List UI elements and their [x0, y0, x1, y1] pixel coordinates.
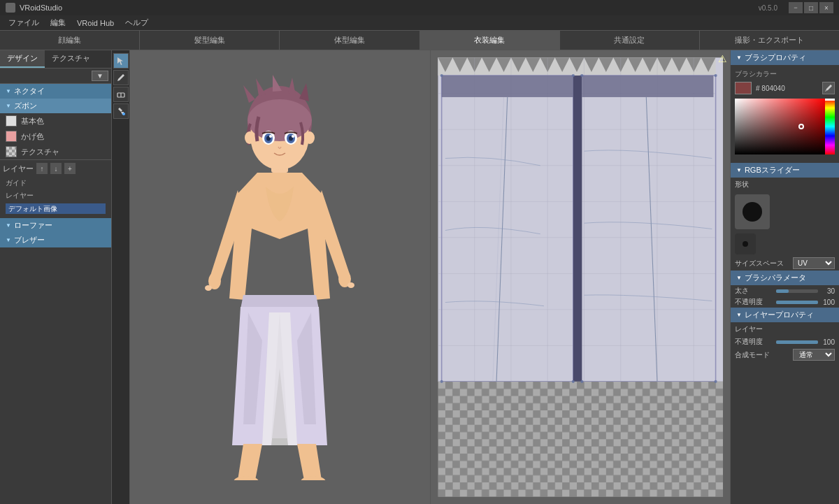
size-label: 太さ: [735, 286, 773, 296]
select-tool-btn[interactable]: [113, 53, 129, 69]
blend-label: 合成モード: [735, 350, 790, 360]
kage-swatch: [6, 131, 17, 142]
size-space-select[interactable]: UV スクリーン: [793, 257, 835, 269]
main-color-swatch[interactable]: [735, 82, 752, 94]
hue-bar[interactable]: [825, 99, 835, 154]
close-button[interactable]: ×: [819, 2, 833, 13]
layer-props-label: レイヤープロパティ: [745, 310, 814, 320]
size-slider-track[interactable]: [776, 289, 818, 293]
svg-point-83: [580, 380, 583, 383]
layer-up-btn[interactable]: ↑: [36, 163, 48, 174]
layer-item[interactable]: レイヤー: [3, 189, 108, 202]
menu-edit[interactable]: 編集: [45, 16, 71, 29]
tab-hair[interactable]: 髪型編集: [140, 31, 280, 50]
tab-texture[interactable]: テクスチャ: [45, 50, 97, 68]
menu-vroid-hub[interactable]: VRoid Hub: [71, 17, 120, 29]
svg-point-21: [305, 131, 315, 144]
tab-common[interactable]: 共通設定: [560, 31, 700, 50]
kage-label: かげ色: [21, 131, 44, 142]
brush-params-label: ブラシパラメータ: [745, 273, 806, 283]
category-rofa[interactable]: ローファー: [0, 218, 111, 233]
pen-tool-btn[interactable]: [113, 70, 129, 85]
item-kihon[interactable]: 基本色: [0, 113, 111, 129]
small-brush-preview: [735, 233, 756, 254]
tab-photo[interactable]: 撮影・エクスポート: [700, 31, 839, 50]
category-blazer[interactable]: ブレザー: [0, 233, 111, 247]
rgb-slider-header[interactable]: RGBスライダー: [731, 163, 839, 178]
size-slider-row: 太さ 30: [731, 285, 839, 296]
brush-color-label: ブラシカラー: [735, 69, 835, 79]
tab-face[interactable]: 顔編集: [0, 31, 140, 50]
shape-dot: [743, 202, 762, 222]
viewport-3d[interactable]: [130, 50, 431, 504]
items-list: ▼ ネクタイ ズボン 基本色 かげ色 テクスチャ: [0, 69, 111, 504]
menu-file[interactable]: ファイル: [3, 16, 45, 29]
category-necktie-label: ネクタイ: [14, 86, 45, 96]
layer-add-btn[interactable]: +: [64, 163, 76, 174]
category-blazer-label: ブレザー: [14, 235, 45, 245]
texture-label: テクスチャ: [21, 147, 59, 157]
color-swatch-row: # 804040: [735, 82, 835, 94]
kihon-label: 基本色: [21, 116, 44, 127]
tab-design[interactable]: デザイン: [0, 50, 45, 68]
brush-properties-header[interactable]: ブラシプロパティ: [731, 50, 839, 65]
tab-body[interactable]: 体型編集: [280, 31, 420, 50]
opacity-slider-track[interactable]: [776, 301, 818, 304]
character-svg: [182, 75, 378, 480]
layer-props-header[interactable]: レイヤープロパティ: [731, 308, 839, 322]
svg-rect-76: [438, 382, 723, 497]
menubar: ファイル 編集 VRoid Hub ヘルプ: [0, 15, 839, 31]
svg-point-84: [714, 380, 717, 383]
layer-opacity-value: 100: [821, 338, 835, 346]
shape-preview[interactable]: [735, 194, 770, 229]
minimize-button[interactable]: －: [789, 2, 803, 13]
brush-params-header[interactable]: ブラシパラメータ: [731, 271, 839, 285]
svg-rect-66: [573, 75, 582, 382]
opacity-slider-row: 不透明度 100: [731, 296, 839, 308]
bucket-tool-btn[interactable]: [113, 103, 129, 119]
category-zubon[interactable]: ズボン: [0, 99, 111, 113]
layer-section: レイヤー ↑ ↓ + ガイド レイヤー: [0, 159, 111, 218]
guide-layer[interactable]: ガイド: [3, 177, 108, 189]
blend-mode-select[interactable]: 通常 乗算 スクリーン: [793, 349, 835, 361]
uv-editor[interactable]: ⚠: [431, 50, 731, 504]
item-kage[interactable]: かげ色: [0, 129, 111, 144]
layer-name-input[interactable]: [6, 203, 106, 214]
app-logo: [6, 3, 15, 13]
color-gradient-picker[interactable]: [735, 99, 835, 154]
svg-point-19: [292, 135, 294, 138]
layer-prop-label: レイヤー: [735, 324, 835, 334]
category-necktie[interactable]: ネクタイ: [0, 84, 111, 99]
size-space-label: サイズスペース: [735, 259, 790, 268]
svg-point-80: [714, 74, 717, 77]
layer-opacity-label: 不透明度: [735, 337, 773, 347]
tab-clothes[interactable]: 衣装編集: [420, 31, 560, 50]
item-texture[interactable]: テクスチャ: [0, 144, 111, 159]
titlebar: VRoidStudio v0.5.0 － □ ×: [0, 0, 839, 15]
svg-rect-67: [441, 75, 573, 97]
menu-help[interactable]: ヘルプ: [120, 16, 154, 29]
opacity-value: 100: [821, 298, 835, 306]
layer-down-btn[interactable]: ↓: [50, 163, 62, 174]
center-toolbar: [112, 50, 130, 504]
svg-point-20: [245, 131, 254, 144]
eraser-tool-btn[interactable]: [113, 87, 129, 102]
svg-marker-8: [299, 83, 309, 101]
svg-marker-7: [288, 78, 296, 96]
titlebar-controls: － □ ×: [789, 2, 833, 13]
saturation-gradient[interactable]: [735, 99, 826, 154]
layer-opacity-fill: [776, 340, 818, 344]
svg-point-79: [580, 74, 583, 77]
uv-pattern-svg: [431, 50, 731, 504]
svg-point-81: [440, 380, 443, 383]
eyedropper-button[interactable]: [822, 82, 835, 94]
alert-icon: ⚠: [718, 53, 727, 64]
layer-opacity-track[interactable]: [776, 340, 818, 344]
layer-prop-row: レイヤー: [731, 322, 839, 336]
maximize-button[interactable]: □: [804, 2, 818, 13]
filter-button[interactable]: ▼: [92, 71, 108, 81]
svg-point-78: [571, 74, 574, 77]
brush-dot-small: [743, 241, 748, 247]
color-hex-label: # 804040: [756, 85, 818, 92]
left-tabs: デザイン テクスチャ: [0, 50, 111, 69]
